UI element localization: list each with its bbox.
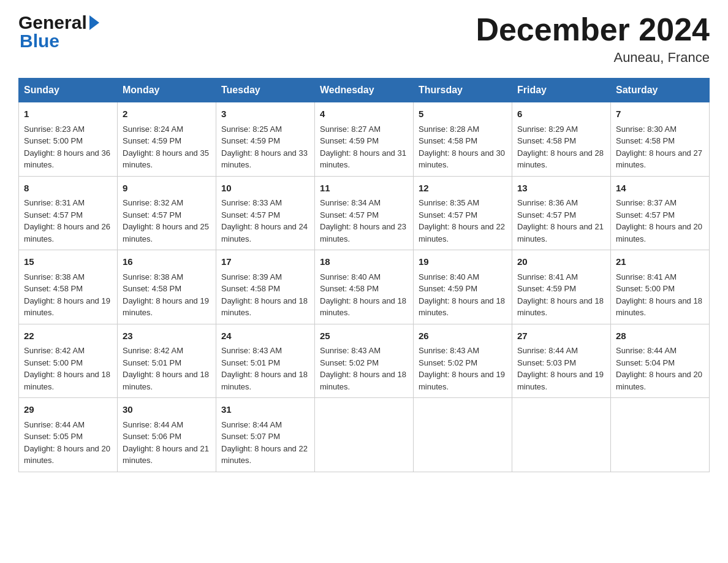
day-number: 19 xyxy=(419,255,507,269)
calendar-cell: 26Sunrise: 8:43 AMSunset: 5:02 PMDayligh… xyxy=(414,324,512,398)
day-info: Sunrise: 8:44 AMSunset: 5:06 PMDaylight:… xyxy=(123,420,209,465)
calendar-cell: 30Sunrise: 8:44 AMSunset: 5:06 PMDayligh… xyxy=(118,398,216,472)
calendar-cell: 17Sunrise: 8:39 AMSunset: 4:58 PMDayligh… xyxy=(216,250,315,324)
calendar-cell: 25Sunrise: 8:43 AMSunset: 5:02 PMDayligh… xyxy=(315,324,414,398)
calendar-cell: 19Sunrise: 8:40 AMSunset: 4:59 PMDayligh… xyxy=(414,250,512,324)
calendar-header-monday: Monday xyxy=(118,79,216,102)
day-number: 26 xyxy=(419,329,507,343)
calendar-cell: 28Sunrise: 8:44 AMSunset: 5:04 PMDayligh… xyxy=(611,324,710,398)
calendar-cell: 31Sunrise: 8:44 AMSunset: 5:07 PMDayligh… xyxy=(216,398,315,472)
calendar-header-saturday: Saturday xyxy=(611,79,710,102)
calendar-cell xyxy=(611,398,710,472)
day-info: Sunrise: 8:42 AMSunset: 5:01 PMDaylight:… xyxy=(123,346,209,391)
calendar-cell: 16Sunrise: 8:38 AMSunset: 4:58 PMDayligh… xyxy=(118,250,216,324)
day-number: 2 xyxy=(123,107,211,121)
day-info: Sunrise: 8:40 AMSunset: 4:59 PMDaylight:… xyxy=(419,272,505,318)
day-number: 8 xyxy=(24,182,112,196)
day-number: 25 xyxy=(320,329,408,343)
day-info: Sunrise: 8:38 AMSunset: 4:58 PMDaylight:… xyxy=(123,272,209,318)
day-info: Sunrise: 8:44 AMSunset: 5:05 PMDaylight:… xyxy=(24,420,110,465)
day-number: 28 xyxy=(616,329,704,343)
day-number: 11 xyxy=(320,182,408,196)
day-number: 10 xyxy=(221,182,309,196)
calendar-cell: 18Sunrise: 8:40 AMSunset: 4:58 PMDayligh… xyxy=(315,250,414,324)
day-info: Sunrise: 8:43 AMSunset: 5:01 PMDaylight:… xyxy=(221,346,308,391)
day-number: 4 xyxy=(320,107,408,121)
calendar-week-row: 8Sunrise: 8:31 AMSunset: 4:57 PMDaylight… xyxy=(19,176,710,250)
day-number: 12 xyxy=(419,182,507,196)
day-info: Sunrise: 8:30 AMSunset: 4:58 PMDaylight:… xyxy=(616,124,702,170)
calendar-cell: 11Sunrise: 8:34 AMSunset: 4:57 PMDayligh… xyxy=(315,176,414,250)
day-number: 22 xyxy=(24,329,112,343)
day-info: Sunrise: 8:42 AMSunset: 5:00 PMDaylight:… xyxy=(24,346,110,391)
calendar-cell: 21Sunrise: 8:41 AMSunset: 5:00 PMDayligh… xyxy=(611,250,710,324)
day-number: 14 xyxy=(616,182,704,196)
day-info: Sunrise: 8:41 AMSunset: 4:59 PMDaylight:… xyxy=(517,272,604,318)
page-header: General Blue December 2024 Auneau, Franc… xyxy=(18,12,710,66)
calendar-cell: 29Sunrise: 8:44 AMSunset: 5:05 PMDayligh… xyxy=(19,398,118,472)
month-title: December 2024 xyxy=(476,12,710,47)
day-info: Sunrise: 8:43 AMSunset: 5:02 PMDaylight:… xyxy=(419,346,505,391)
day-number: 24 xyxy=(221,329,309,343)
calendar-header-friday: Friday xyxy=(512,79,611,102)
location: Auneau, France xyxy=(476,50,710,66)
day-number: 15 xyxy=(24,255,112,269)
day-number: 31 xyxy=(221,403,309,417)
calendar-cell: 15Sunrise: 8:38 AMSunset: 4:58 PMDayligh… xyxy=(19,250,118,324)
day-number: 18 xyxy=(320,255,408,269)
calendar-cell: 7Sunrise: 8:30 AMSunset: 4:58 PMDaylight… xyxy=(611,102,710,177)
calendar-cell: 23Sunrise: 8:42 AMSunset: 5:01 PMDayligh… xyxy=(118,324,216,398)
day-number: 20 xyxy=(517,255,605,269)
calendar-cell xyxy=(414,398,512,472)
day-number: 3 xyxy=(221,107,309,121)
day-info: Sunrise: 8:27 AMSunset: 4:59 PMDaylight:… xyxy=(320,124,406,170)
calendar-header-wednesday: Wednesday xyxy=(315,79,414,102)
calendar-cell: 14Sunrise: 8:37 AMSunset: 4:57 PMDayligh… xyxy=(611,176,710,250)
day-info: Sunrise: 8:36 AMSunset: 4:57 PMDaylight:… xyxy=(517,198,604,243)
calendar-table: SundayMondayTuesdayWednesdayThursdayFrid… xyxy=(18,78,710,472)
day-info: Sunrise: 8:23 AMSunset: 5:00 PMDaylight:… xyxy=(24,124,110,170)
day-number: 6 xyxy=(517,107,605,121)
calendar-week-row: 22Sunrise: 8:42 AMSunset: 5:00 PMDayligh… xyxy=(19,324,710,398)
calendar-cell: 27Sunrise: 8:44 AMSunset: 5:03 PMDayligh… xyxy=(512,324,611,398)
calendar-cell: 3Sunrise: 8:25 AMSunset: 4:59 PMDaylight… xyxy=(216,102,315,177)
day-info: Sunrise: 8:41 AMSunset: 5:00 PMDaylight:… xyxy=(616,272,702,318)
logo-general-text: General xyxy=(18,12,87,33)
day-number: 29 xyxy=(24,403,112,417)
day-info: Sunrise: 8:44 AMSunset: 5:07 PMDaylight:… xyxy=(221,420,308,465)
calendar-cell: 1Sunrise: 8:23 AMSunset: 5:00 PMDaylight… xyxy=(19,102,118,177)
day-info: Sunrise: 8:44 AMSunset: 5:04 PMDaylight:… xyxy=(616,346,702,391)
calendar-cell: 20Sunrise: 8:41 AMSunset: 4:59 PMDayligh… xyxy=(512,250,611,324)
day-info: Sunrise: 8:43 AMSunset: 5:02 PMDaylight:… xyxy=(320,346,406,391)
day-info: Sunrise: 8:38 AMSunset: 4:58 PMDaylight:… xyxy=(24,272,110,318)
calendar-cell xyxy=(512,398,611,472)
day-number: 27 xyxy=(517,329,605,343)
day-info: Sunrise: 8:34 AMSunset: 4:57 PMDaylight:… xyxy=(320,198,406,243)
title-block: December 2024 Auneau, France xyxy=(476,12,710,66)
day-number: 5 xyxy=(419,107,507,121)
calendar-header-tuesday: Tuesday xyxy=(216,79,315,102)
day-info: Sunrise: 8:24 AMSunset: 4:59 PMDaylight:… xyxy=(123,124,209,170)
calendar-week-row: 29Sunrise: 8:44 AMSunset: 5:05 PMDayligh… xyxy=(19,398,710,472)
calendar-cell: 12Sunrise: 8:35 AMSunset: 4:57 PMDayligh… xyxy=(414,176,512,250)
calendar-cell: 13Sunrise: 8:36 AMSunset: 4:57 PMDayligh… xyxy=(512,176,611,250)
day-number: 16 xyxy=(123,255,211,269)
day-number: 30 xyxy=(123,403,211,417)
calendar-week-row: 15Sunrise: 8:38 AMSunset: 4:58 PMDayligh… xyxy=(19,250,710,324)
calendar-cell: 2Sunrise: 8:24 AMSunset: 4:59 PMDaylight… xyxy=(118,102,216,177)
day-info: Sunrise: 8:39 AMSunset: 4:58 PMDaylight:… xyxy=(221,272,308,318)
calendar-cell: 9Sunrise: 8:32 AMSunset: 4:57 PMDaylight… xyxy=(118,176,216,250)
day-info: Sunrise: 8:29 AMSunset: 4:58 PMDaylight:… xyxy=(517,124,604,170)
day-info: Sunrise: 8:25 AMSunset: 4:59 PMDaylight:… xyxy=(221,124,308,170)
day-info: Sunrise: 8:37 AMSunset: 4:57 PMDaylight:… xyxy=(616,198,702,243)
day-number: 21 xyxy=(616,255,704,269)
calendar-cell xyxy=(315,398,414,472)
calendar-cell: 6Sunrise: 8:29 AMSunset: 4:58 PMDaylight… xyxy=(512,102,611,177)
logo: General Blue xyxy=(18,12,99,52)
calendar-header-row: SundayMondayTuesdayWednesdayThursdayFrid… xyxy=(19,79,710,102)
day-number: 17 xyxy=(221,255,309,269)
calendar-cell: 22Sunrise: 8:42 AMSunset: 5:00 PMDayligh… xyxy=(19,324,118,398)
day-number: 7 xyxy=(616,107,704,121)
calendar-cell: 5Sunrise: 8:28 AMSunset: 4:58 PMDaylight… xyxy=(414,102,512,177)
day-info: Sunrise: 8:31 AMSunset: 4:57 PMDaylight:… xyxy=(24,198,110,243)
